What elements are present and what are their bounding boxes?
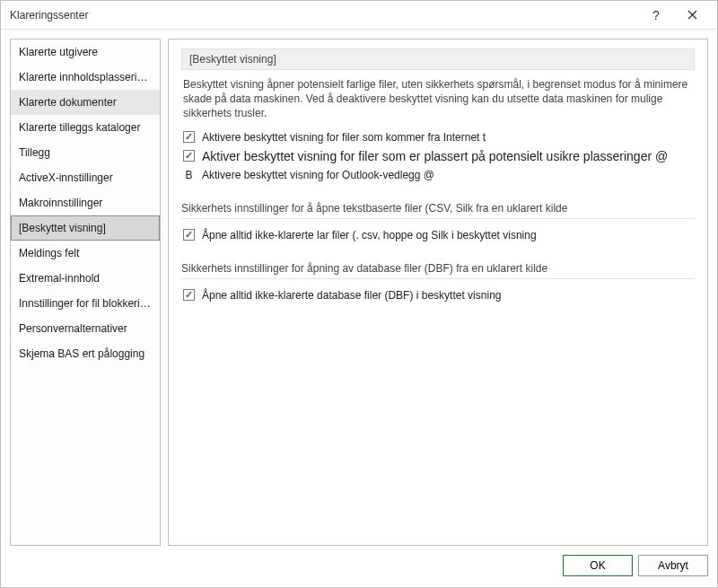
cancel-button[interactable]: Avbryt bbox=[638, 555, 708, 576]
sidebar-item-protected-view[interactable]: [Beskyttet visning] bbox=[11, 215, 160, 241]
sidebar-item-external-content[interactable]: Extremal-innhold bbox=[11, 266, 160, 291]
checkbox-icon bbox=[183, 131, 195, 143]
sidebar-item-label: Klarerte innholdsplasseringer bbox=[19, 71, 158, 83]
protected-view-description: Beskyttet visning åpner potensielt farli… bbox=[181, 77, 695, 121]
dialog-body: Klarerte utgivere Klarerte innholdsplass… bbox=[1, 30, 717, 546]
sidebar-item-privacy[interactable]: Personvernalternativer bbox=[11, 316, 160, 341]
sidebar-item-label: Extremal-innhold bbox=[19, 272, 100, 285]
checkbox-icon bbox=[183, 289, 195, 301]
sidebar-item-form-signin[interactable]: Skjema BAS ert pålogging bbox=[11, 341, 160, 366]
checkbox-icon bbox=[183, 150, 195, 162]
checkbox-marker: B bbox=[183, 169, 195, 181]
checkbox-row-unsafe-locations[interactable]: Aktiver beskyttet visning for filer som … bbox=[181, 146, 695, 166]
checkbox-icon bbox=[183, 229, 195, 241]
sidebar-item-trusted-publishers[interactable]: Klarerte utgivere bbox=[11, 39, 160, 65]
button-label: Avbryt bbox=[658, 559, 688, 572]
checkbox-label: Aktivere beskyttet visning for Outlook-v… bbox=[202, 169, 434, 181]
sidebar-item-label: Meldings felt bbox=[19, 247, 79, 259]
checkbox-row-internet-files[interactable]: Aktivere beskyttet visning for filer som… bbox=[181, 128, 695, 146]
sidebar-item-message-bar[interactable]: Meldings felt bbox=[11, 241, 160, 266]
checkbox-row-outlook-attachments[interactable]: B Aktivere beskyttet visning for Outlook… bbox=[181, 166, 695, 184]
sidebar-item-trusted-addin-catalogs[interactable]: Klarerte tilleggs kataloger bbox=[11, 115, 160, 140]
checkbox-row-untrusted-text-files[interactable]: Åpne alltid ikke-klarerte lar filer (. c… bbox=[181, 226, 695, 244]
sidebar-item-addins[interactable]: Tillegg bbox=[11, 140, 160, 165]
checkbox-row-untrusted-db-files[interactable]: Åpne alltid ikke-klarerte database filer… bbox=[181, 286, 695, 304]
sidebar-item-activex[interactable]: ActiveX-innstillinger bbox=[11, 165, 160, 190]
sidebar-item-macro[interactable]: Makroinnstillinger bbox=[11, 190, 160, 215]
sidebar-item-label: ActiveX-innstillinger bbox=[19, 171, 113, 184]
section-header-db-files: Sikkerhets innstillinger for åpning av d… bbox=[181, 259, 695, 279]
sidebar-item-label: Personvernalternativer bbox=[19, 322, 127, 335]
sidebar-item-label: Skjema BAS ert pålogging bbox=[19, 347, 144, 360]
sidebar: Klarerte utgivere Klarerte innholdsplass… bbox=[10, 39, 161, 546]
sidebar-item-file-block[interactable]: Innstillinger for fil blokkering bbox=[11, 291, 160, 316]
checkbox-label: Åpne alltid ikke-klarerte lar filer (. c… bbox=[202, 229, 537, 241]
trust-center-dialog: Klareringssenter ? Klarerte utgivere Kla… bbox=[0, 0, 718, 588]
section-header-text-files: Sikkerhets innstillinger for å åpne teks… bbox=[181, 198, 695, 219]
sidebar-item-label: Klarerte utgivere bbox=[19, 46, 98, 58]
sidebar-item-trusted-locations[interactable]: Klarerte innholdsplasseringer bbox=[11, 65, 160, 90]
help-button[interactable]: ? bbox=[638, 3, 674, 28]
window-title: Klareringssenter bbox=[10, 9, 638, 22]
checkbox-label: Aktiver beskyttet visning for filer som … bbox=[202, 149, 668, 163]
ok-button[interactable]: OK bbox=[563, 555, 633, 576]
checkbox-label: Åpne alltid ikke-klarerte database filer… bbox=[202, 289, 501, 302]
close-button[interactable] bbox=[674, 3, 710, 28]
titlebar: Klareringssenter ? bbox=[1, 1, 717, 30]
button-label: OK bbox=[590, 559, 605, 572]
content-panel: [Beskyttet visning] Beskyttet visning åp… bbox=[168, 39, 708, 546]
sidebar-item-label: [Beskyttet visning] bbox=[19, 222, 106, 234]
sidebar-item-label: Klarerte tilleggs kataloger bbox=[19, 121, 140, 134]
sidebar-item-label: Klarerte dokumenter bbox=[19, 96, 117, 109]
dialog-footer: OK Avbryt bbox=[1, 546, 717, 587]
sidebar-item-label: Tillegg bbox=[19, 146, 50, 159]
close-icon bbox=[687, 10, 697, 20]
sidebar-item-trusted-documents[interactable]: Klarerte dokumenter bbox=[11, 90, 160, 115]
sidebar-item-label: Makroinnstillinger bbox=[19, 197, 102, 209]
section-header-protected-view: [Beskyttet visning] bbox=[181, 48, 695, 70]
checkbox-label: Aktivere beskyttet visning for filer som… bbox=[202, 131, 486, 144]
sidebar-item-label: Innstillinger for fil blokkering bbox=[19, 297, 152, 310]
